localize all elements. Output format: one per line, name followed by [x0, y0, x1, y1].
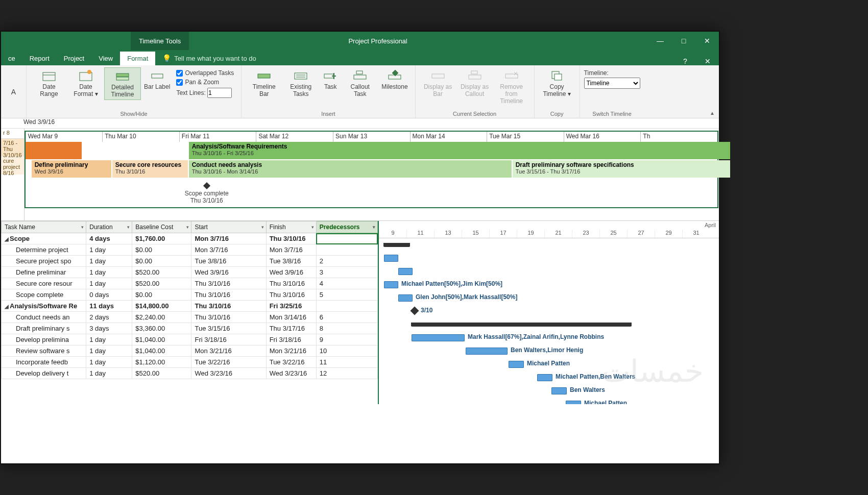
- text-lines-input[interactable]: [207, 88, 232, 98]
- table-cell[interactable]: Wed 3/9/16: [191, 267, 266, 278]
- window-maximize-button[interactable]: □: [672, 32, 695, 50]
- font-size-decrease-button[interactable]: A: [11, 88, 16, 96]
- column-header[interactable]: Predecessors▾: [316, 221, 377, 233]
- table-cell[interactable]: 12: [316, 368, 377, 379]
- table-cell[interactable]: Mon 3/7/16: [191, 233, 266, 244]
- table-cell[interactable]: Determine project: [2, 244, 86, 256]
- milestone-button[interactable]: Milestone: [378, 67, 411, 92]
- overlapped-tasks-checkbox[interactable]: Overlapped Tasks: [176, 69, 234, 77]
- gantt-task-bar[interactable]: [384, 255, 398, 262]
- callout-task-button[interactable]: Callout Task: [342, 67, 378, 99]
- table-cell[interactable]: Incorporate feedb: [2, 357, 86, 368]
- table-row[interactable]: Scope complete0 days$0.00Thu 3/10/16Thu …: [2, 289, 378, 301]
- table-cell[interactable]: 1 day: [86, 267, 132, 278]
- table-cell[interactable]: 5: [316, 289, 377, 301]
- tell-me-search[interactable]: 💡 Tell me what you want to do: [155, 51, 263, 65]
- gantt-task-bar[interactable]: [509, 361, 524, 368]
- table-cell[interactable]: Scope complete: [2, 289, 86, 301]
- tab-format[interactable]: Format: [120, 52, 155, 65]
- table-cell[interactable]: 2: [316, 256, 377, 267]
- table-cell[interactable]: 6: [316, 312, 377, 323]
- gantt-chart[interactable]: April 91113151719212325272931 Michael Pa…: [379, 221, 719, 404]
- timeline-milestone[interactable]: Scope complete Thu 3/10/16: [185, 183, 229, 204]
- table-cell[interactable]: Thu 3/10/16: [191, 289, 266, 301]
- table-cell[interactable]: Draft preliminary s: [2, 323, 86, 334]
- table-row[interactable]: Review software s1 day$1,040.00Mon 3/21/…: [2, 345, 378, 357]
- table-row[interactable]: Conduct needs an2 days$2,240.00Thu 3/10/…: [2, 312, 378, 323]
- ribbon-help-button[interactable]: ?: [674, 57, 696, 65]
- table-cell[interactable]: $0.00: [132, 289, 191, 301]
- dropdown-icon[interactable]: ▾: [81, 225, 84, 230]
- table-cell[interactable]: Tue 3/22/16: [191, 357, 266, 368]
- table-cell[interactable]: $1,760.00: [132, 233, 191, 244]
- table-row[interactable]: Determine project1 day$0.00Mon 3/7/16Mon…: [2, 244, 378, 256]
- dropdown-icon[interactable]: ▾: [373, 225, 375, 230]
- table-cell[interactable]: $14,800.00: [132, 301, 191, 312]
- table-row[interactable]: Secure core resour1 day$520.00Thu 3/10/1…: [2, 278, 378, 289]
- table-cell[interactable]: Thu 3/10/16: [191, 301, 266, 312]
- table-cell[interactable]: 1 day: [86, 357, 132, 368]
- table-cell[interactable]: Develop prelimina: [2, 334, 86, 345]
- table-cell[interactable]: Mon 3/7/16: [191, 244, 266, 256]
- table-cell[interactable]: [316, 244, 377, 256]
- existing-tasks-button[interactable]: Existing Tasks: [282, 67, 319, 99]
- table-cell[interactable]: Tue 3/8/16: [191, 256, 266, 267]
- gantt-task-bar[interactable]: [466, 348, 508, 355]
- timeline-task-bar[interactable]: Conduct needs analysisThu 3/10/16 - Mon …: [189, 160, 512, 178]
- table-cell[interactable]: Fri 3/18/16: [266, 334, 316, 345]
- table-cell[interactable]: Wed 3/23/16: [191, 368, 266, 379]
- copy-timeline-button[interactable]: Copy Timeline ▾: [539, 67, 575, 99]
- table-cell[interactable]: 1 day: [86, 256, 132, 267]
- table-row[interactable]: Incorporate feedb1 day$1,120.00Tue 3/22/…: [2, 357, 378, 368]
- table-cell[interactable]: Thu 3/17/16: [266, 323, 316, 334]
- timeline-bar-button[interactable]: Timeline Bar: [246, 67, 282, 99]
- table-cell[interactable]: Thu 3/10/16: [191, 312, 266, 323]
- table-cell[interactable]: 3: [316, 267, 377, 278]
- bar-label-button[interactable]: Bar Label: [141, 67, 173, 92]
- table-cell[interactable]: Mon 3/21/16: [191, 345, 266, 357]
- table-row[interactable]: Draft preliminary s3 days$3,360.00Tue 3/…: [2, 323, 378, 334]
- table-row[interactable]: ◢Analysis/Software Re11 days$14,800.00Th…: [2, 301, 378, 312]
- column-header[interactable]: Baseline Cost▾: [132, 221, 191, 233]
- table-cell[interactable]: $1,040.00: [132, 345, 191, 357]
- detailed-timeline-button[interactable]: Detailed Timeline: [104, 67, 141, 100]
- table-cell[interactable]: Thu 3/10/16: [191, 278, 266, 289]
- gantt-summary-bar[interactable]: [384, 243, 409, 247]
- table-cell[interactable]: Tue 3/15/16: [191, 323, 266, 334]
- table-cell[interactable]: [316, 233, 377, 244]
- dropdown-icon[interactable]: ▾: [127, 225, 130, 230]
- gantt-task-bar[interactable]: [384, 281, 398, 288]
- gantt-milestone[interactable]: [411, 307, 419, 315]
- column-header[interactable]: Task Name▾: [2, 221, 86, 233]
- table-cell[interactable]: Mon 3/7/16: [266, 244, 316, 256]
- table-cell[interactable]: 3 days: [86, 323, 132, 334]
- table-cell[interactable]: 4 days: [86, 233, 132, 244]
- table-cell[interactable]: Tue 3/8/16: [266, 256, 316, 267]
- gantt-task-bar[interactable]: [412, 334, 465, 341]
- table-cell[interactable]: $1,040.00: [132, 334, 191, 345]
- task-grid[interactable]: Task Name▾Duration▾Baseline Cost▾Start▾F…: [1, 221, 379, 404]
- table-cell[interactable]: Develop delivery t: [2, 368, 86, 379]
- gantt-task-bar[interactable]: [398, 268, 413, 275]
- column-header[interactable]: Finish▾: [266, 221, 316, 233]
- collapse-icon[interactable]: ◢: [5, 236, 9, 242]
- timeline-task-bar[interactable]: Analysis/Software RequirementsThu 3/10/1…: [189, 142, 730, 159]
- table-cell[interactable]: [316, 301, 377, 312]
- pan-zoom-checkbox[interactable]: Pan & Zoom: [176, 79, 234, 86]
- column-header[interactable]: Start▾: [191, 221, 266, 233]
- table-cell[interactable]: 8: [316, 323, 377, 334]
- timeline-panel[interactable]: Wed Mar 9Thu Mar 10Fri Mar 11Sat Mar 12S…: [25, 131, 718, 208]
- table-cell[interactable]: ◢Scope: [2, 233, 86, 244]
- window-minimize-button[interactable]: —: [648, 32, 672, 50]
- timeline-selector[interactable]: Timeline: [584, 78, 640, 89]
- table-cell[interactable]: 1 day: [86, 368, 132, 379]
- table-cell[interactable]: 2 days: [86, 312, 132, 323]
- table-cell[interactable]: 11: [316, 357, 377, 368]
- table-cell[interactable]: Wed 3/23/16: [266, 368, 316, 379]
- table-cell[interactable]: Conduct needs an: [2, 312, 86, 323]
- table-cell[interactable]: $520.00: [132, 267, 191, 278]
- timeline-task-bar[interactable]: Secure core resourcesThu 3/10/16: [112, 160, 188, 178]
- tab-resource[interactable]: ce: [1, 52, 22, 65]
- table-row[interactable]: Develop delivery t1 day$520.00Wed 3/23/1…: [2, 368, 378, 379]
- table-cell[interactable]: Fri 3/18/16: [191, 334, 266, 345]
